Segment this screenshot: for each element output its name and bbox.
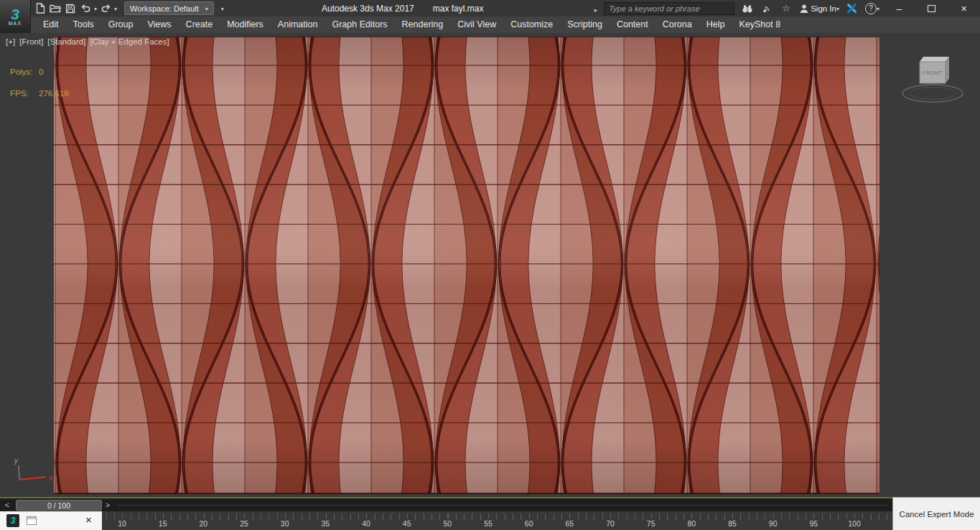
frame-number: 80 xyxy=(685,519,698,528)
menu-item[interactable]: KeyShot 8 xyxy=(732,17,788,33)
frame-number: 50 xyxy=(442,519,454,528)
communication-center-icon xyxy=(762,4,773,14)
frame-number: 40 xyxy=(360,519,373,528)
binoculars-icon xyxy=(742,4,753,13)
menu-item[interactable]: Customize xyxy=(503,17,560,33)
frame-number: 30 xyxy=(279,519,291,528)
track-bar[interactable]: 0510152025303540455055606570758085909510… xyxy=(0,511,892,530)
workspace-caret-icon xyxy=(205,4,208,13)
fps-label: FPS: xyxy=(10,89,39,98)
undo-button[interactable] xyxy=(79,1,92,16)
toolbar-overflow-button[interactable] xyxy=(216,1,229,16)
frame-number: 65 xyxy=(564,519,577,528)
time-slider-row: < 0 / 100 > xyxy=(0,497,892,511)
a360-x-icon xyxy=(846,3,857,14)
redo-icon xyxy=(101,4,111,13)
sign-in-label: Sign In xyxy=(811,4,836,13)
time-slider-track[interactable] xyxy=(118,505,888,506)
menubar: EditToolsGroupViewsCreateModifiersAnimat… xyxy=(0,17,980,33)
help-caret-icon xyxy=(877,4,879,13)
maximize-button[interactable] xyxy=(915,0,948,17)
menu-item[interactable]: Group xyxy=(101,17,141,33)
menu-item[interactable]: Tools xyxy=(66,17,101,33)
open-folder-icon xyxy=(50,4,61,13)
window-controls: – × xyxy=(883,0,980,17)
open-file-button[interactable] xyxy=(49,1,62,16)
frame-number: 95 xyxy=(807,519,820,528)
menu-item[interactable]: Civil View xyxy=(450,17,503,33)
polys-stat: Polys: 0 xyxy=(10,68,69,76)
workspace-selector[interactable]: Workspace: Default xyxy=(124,1,214,15)
time-slider-handle[interactable]: 0 / 100 xyxy=(16,500,102,511)
favorites-star-icon[interactable] xyxy=(780,1,793,16)
viewport-label-segment[interactable]: [+] xyxy=(6,37,15,46)
sign-in-button[interactable]: Sign In xyxy=(799,1,839,16)
3dsmax-window: 3 MAX Workspace: Default xyxy=(0,0,980,530)
max-mini-logo-icon[interactable]: 3 xyxy=(6,514,19,527)
y-axis-line xyxy=(19,465,19,480)
viewport-label-segment[interactable]: [Standard] xyxy=(47,37,85,46)
frame-number: 55 xyxy=(482,519,495,528)
search-button[interactable] xyxy=(741,1,754,16)
frame-number: 10 xyxy=(116,519,129,528)
frame-number: 85 xyxy=(726,519,739,528)
menu-item[interactable]: Views xyxy=(140,17,178,33)
minimize-button[interactable]: – xyxy=(883,0,915,17)
previous-frame-button[interactable]: < xyxy=(1,499,13,510)
communication-center-button[interactable] xyxy=(760,1,773,16)
help-button[interactable]: ? xyxy=(865,1,879,16)
menu-item[interactable]: Scripting xyxy=(560,17,610,33)
menu-item[interactable]: Content xyxy=(610,17,655,33)
frame-number: 20 xyxy=(197,519,210,528)
a360-button[interactable] xyxy=(846,1,859,16)
cancel-expert-mode-button[interactable]: Cancel Expert Mode xyxy=(892,497,980,530)
viewport-label: [+][Front][Standard][Clay + Edged Faces] xyxy=(6,37,169,46)
y-axis-label: y xyxy=(14,457,19,465)
workspace-label: Workspace: Default xyxy=(130,4,199,13)
frame-number: 45 xyxy=(401,519,414,528)
frame-number: 35 xyxy=(319,519,332,528)
app-button-3dsmax[interactable]: 3 MAX xyxy=(0,0,31,33)
menu-item[interactable]: Create xyxy=(179,17,220,33)
viewcube-front-label: FRONT xyxy=(923,70,943,76)
wave-panel-model[interactable] xyxy=(0,33,980,497)
search-input[interactable] xyxy=(604,2,734,15)
undo-dropdown-caret[interactable] xyxy=(94,4,97,13)
polys-label: Polys: xyxy=(10,68,39,76)
redo-dropdown-caret[interactable] xyxy=(114,4,117,13)
bottom-mini-toolbar: 3 × xyxy=(0,511,102,530)
menu-item[interactable]: Animation xyxy=(271,17,325,33)
infocenter: Sign In ? xyxy=(594,0,879,17)
cancel-expert-mode-label: Cancel Expert Mode xyxy=(899,510,974,519)
viewcube[interactable]: FRONT xyxy=(897,52,969,108)
redo-button[interactable] xyxy=(99,1,112,16)
menu-item[interactable]: Rendering xyxy=(395,17,451,33)
menu-item[interactable]: Graph Editors xyxy=(325,17,394,33)
new-scene-button[interactable] xyxy=(34,1,47,16)
menu-item[interactable]: Modifiers xyxy=(220,17,271,33)
app-title-text: Autodesk 3ds Max 2017 xyxy=(322,4,414,14)
menu-item[interactable]: Corona xyxy=(655,17,699,33)
polys-value: 0 xyxy=(39,68,43,76)
window-title: Autodesk 3ds Max 2017 max fayl.max xyxy=(322,0,483,17)
help-icon: ? xyxy=(865,3,877,14)
mini-close-icon[interactable]: × xyxy=(85,513,92,527)
x-axis-label: x xyxy=(48,474,53,482)
viewport-label-segment[interactable]: [Front] xyxy=(19,37,43,46)
save-file-button[interactable] xyxy=(64,1,77,16)
infocenter-collapse-icon[interactable] xyxy=(594,2,598,15)
user-icon xyxy=(799,4,809,14)
frame-number: 100 xyxy=(846,519,863,528)
close-button[interactable]: × xyxy=(948,0,980,17)
front-viewport[interactable]: [+][Front][Standard][Clay + Edged Faces]… xyxy=(0,33,980,497)
viewcube-top-face[interactable] xyxy=(920,57,949,62)
next-frame-button[interactable]: > xyxy=(102,499,113,510)
new-file-icon xyxy=(36,3,45,14)
x-axis-line xyxy=(19,477,46,480)
window-frame-icon[interactable] xyxy=(27,516,37,525)
menu-item[interactable]: Help xyxy=(699,17,732,33)
save-icon xyxy=(65,4,75,14)
menu-item[interactable]: Edit xyxy=(36,17,66,33)
viewport-label-segment[interactable]: [Clay + Edged Faces] xyxy=(90,37,169,46)
viewport-statistics: Polys: 0 FPS: 276,618 xyxy=(10,68,69,111)
